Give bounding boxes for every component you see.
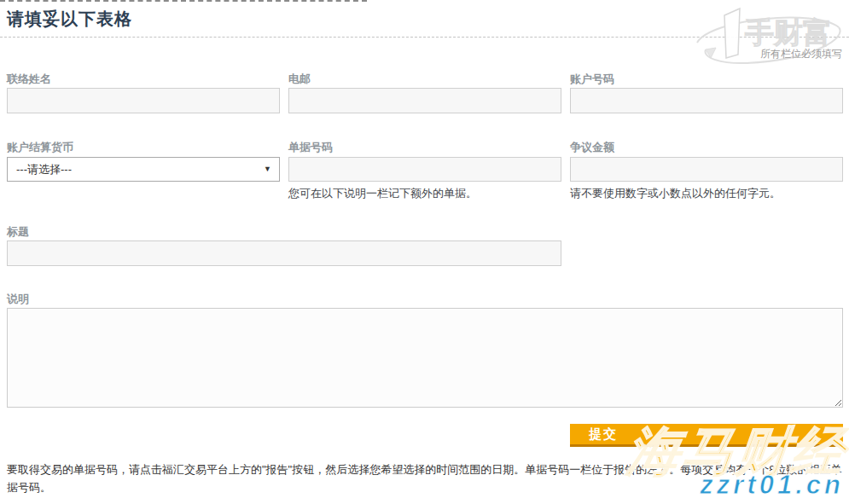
top-dashed-divider	[0, 0, 367, 2]
contact-name-label: 联络姓名	[7, 72, 51, 87]
email-input[interactable]	[288, 88, 561, 113]
subject-input[interactable]	[7, 240, 561, 266]
ticket-instructions-text: 要取得交易的单据号码，请点击福汇交易平台上方的"报告"按钮，然后选择您希望选择的…	[7, 461, 844, 496]
description-textarea[interactable]	[7, 308, 843, 408]
account-number-label: 账户号码	[570, 72, 614, 87]
ticket-number-input[interactable]	[288, 157, 561, 182]
ticket-number-label: 单据号码	[288, 140, 333, 155]
amount-help-text: 请不要使用数字或小数点以外的任何字元。	[570, 186, 781, 201]
account-number-input[interactable]	[570, 88, 843, 113]
logo-text: 手财富	[744, 16, 832, 49]
email-label: 电邮	[288, 72, 311, 87]
description-label: 说明	[7, 292, 29, 307]
title-dashed-divider	[0, 37, 849, 38]
ticket-help-text: 您可在以下说明一栏记下额外的单据。	[288, 186, 477, 201]
required-fields-note: 所有栏位必须填写	[760, 47, 842, 61]
submit-button[interactable]: 提交	[570, 424, 843, 447]
dispute-amount-label: 争议金额	[570, 140, 614, 155]
page-title: 请填妥以下表格	[7, 8, 132, 31]
contact-name-input[interactable]	[7, 88, 280, 113]
dispute-amount-input[interactable]	[570, 157, 843, 182]
currency-label: 账户结算货币	[7, 140, 73, 155]
subject-label: 标题	[7, 224, 29, 240]
currency-select[interactable]: ---请选择---	[7, 157, 280, 182]
currency-select-wrap: ---请选择--- ▼	[7, 157, 280, 182]
dispute-form-page: 请填妥以下表格 手财富 所有栏位必须填写 联络姓名 电邮 账户号码 账户结算货币…	[0, 0, 849, 504]
